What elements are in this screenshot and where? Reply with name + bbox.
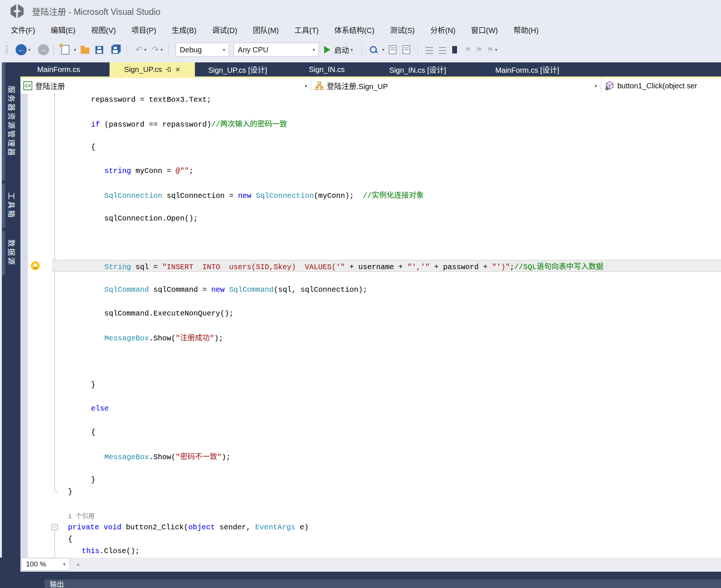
find-in-files-button[interactable] <box>369 46 378 54</box>
output-panel-title: 输出 <box>50 579 64 588</box>
lightbulb-quick-action-icon[interactable] <box>31 261 40 270</box>
menu-item[interactable]: 测试(S) <box>382 22 423 37</box>
code-line <box>61 153 721 165</box>
menu-item[interactable]: 工具(T) <box>287 22 327 37</box>
sidebar-tab-label: 数据源 <box>7 231 16 275</box>
type-dropdown[interactable]: 登陆注册.Sign_UP ▾ <box>311 78 601 94</box>
code-line <box>61 343 721 355</box>
document-tab[interactable]: Sign_UP.cs✕ <box>110 62 195 76</box>
document-tab[interactable]: Sign_IN.cs [设计] <box>375 62 460 76</box>
play-icon <box>324 46 330 53</box>
menu-item[interactable]: 文件(F) <box>3 22 43 37</box>
code-line <box>61 438 721 450</box>
member-dropdown[interactable]: button1_Click(object ser <box>601 78 721 94</box>
toolbar-grip[interactable] <box>5 45 8 55</box>
code-line: sqlConnection.Open(); <box>61 212 721 224</box>
code-line <box>61 391 721 402</box>
navigate-forward-button[interactable]: → <box>38 44 49 55</box>
menu-item[interactable]: 团队(M) <box>245 22 287 37</box>
output-panel-header[interactable]: 输出 <box>45 579 721 588</box>
type-dropdown-value: 登陆注册.Sign_UP <box>327 81 388 91</box>
menu-item[interactable]: 分析(N) <box>423 22 463 37</box>
code-editor[interactable]: − repassword = textBox3.Text;if (passwor… <box>20 94 721 558</box>
csharp-file-icon: C# <box>23 81 32 90</box>
pin-icon[interactable] <box>166 66 172 72</box>
menu-item[interactable]: 窗口(W) <box>463 22 506 37</box>
menu-item[interactable]: 调试(D) <box>204 22 245 37</box>
increase-indent-button[interactable] <box>439 47 446 54</box>
code-line <box>61 224 721 236</box>
decrease-indent-button[interactable] <box>425 47 433 54</box>
visual-studio-logo-icon <box>10 4 25 19</box>
menu-item[interactable]: 体系结构(C) <box>327 22 382 37</box>
open-file-button[interactable] <box>81 48 89 54</box>
save-all-button[interactable] <box>111 46 119 54</box>
code-line <box>61 295 721 307</box>
sidebar-tab-label: 服务器资源管理器 <box>7 62 16 180</box>
chevron-down-icon: ▾ <box>223 47 225 52</box>
standard-toolbar: ← ▾ → ▾ ↶ ▾ ↷ ▾ Debug ▾ Any CPU ▾ 启动 ▾ ▾… <box>0 37 721 62</box>
redo-dropdown-icon[interactable]: ▾ <box>160 47 163 52</box>
chevron-down-icon: ▾ <box>350 47 353 52</box>
document-tab[interactable]: Sign_IN.cs <box>297 62 356 76</box>
class-icon <box>315 81 324 90</box>
new-project-dropdown-icon[interactable]: ▾ <box>74 47 76 52</box>
document-tab[interactable]: MainForm.cs <box>22 62 96 76</box>
menu-item[interactable]: 生成(B) <box>164 22 205 37</box>
start-button-label: 启动 <box>334 45 349 55</box>
document-tab[interactable]: Sign_UP.cs [设计] <box>195 62 280 76</box>
sidebar-tool-tab[interactable]: 数据源 <box>2 231 20 275</box>
save-button[interactable] <box>95 46 103 54</box>
toggle-bookmark-button[interactable] <box>452 46 457 53</box>
undo-button[interactable]: ↶ <box>135 45 143 55</box>
menu-item[interactable]: 帮助(H) <box>506 22 547 37</box>
project-dropdown[interactable]: C# 登陆注册 ▾ <box>20 78 311 94</box>
menu-item[interactable]: 项目(P) <box>124 22 164 37</box>
outline-guide-end <box>55 491 58 492</box>
navigate-back-button[interactable]: ← <box>16 44 27 55</box>
find-dropdown-icon[interactable]: ▾ <box>382 47 384 52</box>
bottom-corner <box>0 558 20 572</box>
tab-label: MainForm.cs [设计] <box>495 64 559 75</box>
clear-bookmarks-button[interactable]: ⚑ <box>487 45 493 54</box>
next-bookmark-button[interactable]: ⚑ <box>476 45 482 54</box>
new-project-button[interactable] <box>61 45 69 55</box>
tab-label: Sign_IN.cs [设计] <box>389 64 446 75</box>
start-debugging-button[interactable]: 启动 ▾ <box>324 45 354 55</box>
code-line: string myConn = @""; <box>61 165 721 177</box>
chevron-down-icon: ▾ <box>594 83 597 89</box>
solution-platforms-combobox[interactable]: Any CPU ▾ <box>234 43 319 57</box>
menu-item[interactable]: 视图(V) <box>83 22 124 37</box>
code-line: sqlCommand.ExecuteNonQuery(); <box>61 307 721 319</box>
horizontal-scrollbar-left-arrow[interactable]: ◂ <box>76 561 79 568</box>
code-line: { <box>61 533 721 545</box>
breakpoint-margin[interactable] <box>20 94 28 558</box>
uncomment-selection-button[interactable] <box>402 45 410 54</box>
code-area[interactable]: repassword = textBox3.Text;if (password … <box>61 94 721 557</box>
sidebar-tool-tab[interactable]: 工具箱 <box>2 183 20 228</box>
redo-button[interactable]: ↷ <box>151 45 159 55</box>
sidebar-tab-label: 工具箱 <box>7 183 16 228</box>
navigate-back-dropdown-icon[interactable]: ▾ <box>28 47 30 52</box>
toolbar-separator <box>127 44 127 55</box>
solution-configurations-combobox[interactable]: Debug ▾ <box>176 43 229 57</box>
code-line <box>61 236 721 248</box>
sidebar-tab-indicator <box>2 183 5 228</box>
solution-configuration-value: Debug <box>180 46 202 54</box>
toolbar-options-button[interactable]: ▾ <box>495 47 497 52</box>
sidebar-tool-tab[interactable]: 服务器资源管理器 <box>2 62 20 180</box>
outline-guide-line <box>55 530 55 558</box>
close-icon[interactable]: ✕ <box>175 66 180 73</box>
code-line: } <box>61 474 721 486</box>
code-line <box>61 462 721 474</box>
editor-zoom-combobox[interactable]: 100 % ▾ <box>21 558 70 571</box>
undo-dropdown-icon[interactable]: ▾ <box>144 47 146 52</box>
collapse-region-button[interactable]: − <box>52 524 58 530</box>
code-line: repassword = textBox3.Text; <box>61 94 721 105</box>
document-tab[interactable]: MainForm.cs [设计] <box>481 62 574 76</box>
comment-selection-button[interactable] <box>389 45 397 54</box>
code-line <box>61 129 721 141</box>
previous-bookmark-button[interactable]: ⚑ <box>464 45 471 54</box>
menu-item[interactable]: 编辑(E) <box>43 22 84 37</box>
tab-label: Sign_UP.cs [设计] <box>208 64 267 75</box>
